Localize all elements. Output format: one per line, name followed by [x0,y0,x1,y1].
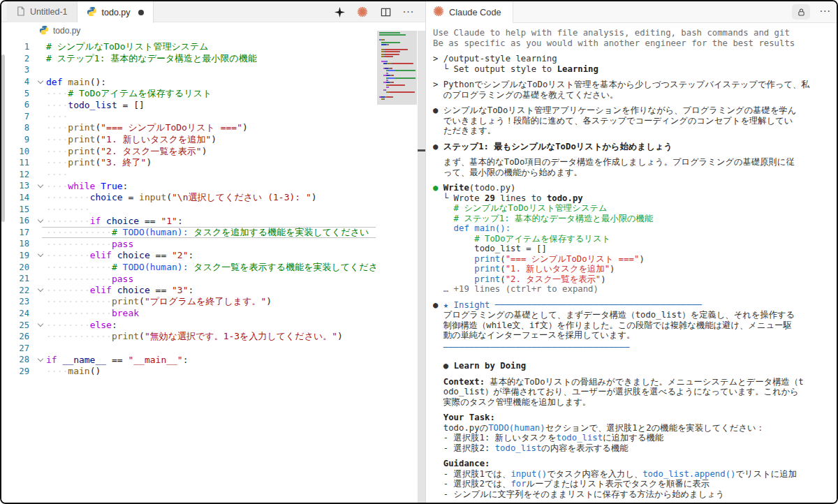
split-editor-icon[interactable] [379,6,392,18]
code-line[interactable]: 19········elif choice == "2": [1,250,376,262]
panel-line: > PythonでシンプルなToDoリスト管理を基本から少しづつステップバイステ… [433,80,837,90]
claude-icon[interactable] [356,6,369,18]
lock-button[interactable] [792,4,810,20]
panel-line: ● ステップ1: 最もシンプルなToDoリストから始めましょう [433,142,837,152]
panel-line: って、最小限の機能から始めます。 [433,168,837,178]
code-line[interactable]: 25········else: [1,319,376,331]
claude-code-panel: Use Claude to help with file analysis, e… [426,23,837,503]
left-edge-scrollbar[interactable] [1,54,5,222]
code-line[interactable]: 23············print("プログラムを終了します。") [1,296,376,308]
panel-line: プログラミングの基礎として、まずデータ構造（todo_list）を定義し、それを… [433,310,837,320]
panel-line: Context: 基本的なToDoリストの骨組みができました。メニューシステムと… [433,377,837,387]
code-line[interactable]: 9····print("1. 新しいタスクを追加") [1,134,376,146]
code-line[interactable]: 12···· [1,169,376,181]
code-line[interactable]: 22········elif choice == "3": [1,284,376,296]
code-line[interactable]: 3 [1,64,376,76]
more-icon[interactable]: ··· [402,6,415,18]
panel-line: print("=== シンプルToDoリスト ===") [433,254,837,265]
code-line[interactable]: 16········if choice == "1": [1,215,376,227]
panel-line: todo.pyのTODO(human)セクションで、選択肢1と2の機能を実装して… [433,423,837,433]
claude-icon [433,6,444,19]
tab-untitled-1[interactable]: Untitled-1 [7,1,78,22]
editor-scrollbar[interactable] [418,31,425,503]
panel-line: でいきましょう！段階的に進めて、各ステップでコーディングのコンセプトを理解してい [433,116,837,126]
tab-todo-py[interactable]: todo.py [78,1,154,23]
breadcrumb-file: todo.py [53,26,80,36]
panel-line: > /output-style learning [433,54,837,64]
panel-line: 実際のタスク管理機能を追加します。 [433,397,837,408]
code-line[interactable]: 15········ [1,203,376,215]
panel-line: 動の単純なインターフェースを採用しています。 [433,330,837,341]
scrollbar-marker [418,149,425,151]
tab-claude-code[interactable]: Claude Code [426,1,513,23]
code-line[interactable]: 5····# ToDoアイテムを保存するリスト [1,87,376,99]
python-icon [39,25,49,37]
panel-line: odo_list）が準備されており、ユーザーが選択肢を選べるようになっています。… [433,387,837,397]
code-line[interactable]: 8····print("=== シンプルToDoリスト ===") [1,122,376,134]
tab-label: todo.py [102,8,131,17]
panel-line: print("2. タスク一覧を表示") [433,274,837,285]
panel-line: ● ★ Insight ────────────────────────────… [433,300,837,311]
file-icon [16,6,25,18]
breadcrumb[interactable]: todo.py [1,23,425,38]
panel-line: ただきます。 [433,126,837,136]
panel-line: - 選択肢1: 新しいタスクをtodo_listに追加する機能 [433,433,837,443]
python-icon [87,6,97,19]
panel-line: Use Claude to help with file analysis, e… [433,28,837,38]
panel-line: - 選択肢1では、input()でタスク内容を入力し、todo_list.app… [433,469,837,480]
panel-line: todo_list = [] [433,244,837,254]
code-line[interactable]: 11····print("3. 終了") [1,157,376,169]
panel-line: ● Learn by Doing [433,361,837,371]
panel-line: ● Write(todo.py) [433,183,837,193]
panel-line: まず、基本的なToDo項目のデータ構造を作成しましょう。プログラミングの基礎原則… [433,157,837,168]
code-line[interactable]: 18············pass [1,238,376,250]
tab-label: Untitled-1 [30,7,68,17]
panel-line: 制御構造（while文、if文）を作りました。この段階では複雑な機能は避け、メニ… [433,320,837,331]
panel-line: # シンプルなToDoリスト管理システム [433,203,837,214]
code-line[interactable]: 24············break [1,308,376,320]
editor-code[interactable]: 1# シンプルなToDoリスト管理システム2# ステップ1: 基本的なデータ構造… [1,41,376,503]
panel-line: - 選択肢2: todo_listの内容を表示する機能 [433,443,837,454]
panel-line: Your Task: [433,413,837,423]
panel-line: - 選択肢2では、forループまたはリスト表示でタスクを順番に表示 [433,479,837,489]
modified-dot[interactable] [138,10,144,15]
code-line[interactable]: 21············pass [1,273,376,285]
panel-line: def main(): [433,223,837,234]
code-line[interactable]: 28if __name__ == "__main__": [1,354,376,366]
panel-line: ● シンプルなToDoリスト管理アプリケーションを作りながら、プログラミングの基… [433,105,837,116]
panel-line: └ Wrote 29 lines to todo.py [433,193,837,204]
code-line[interactable]: 26············print("無効な選択です。1-3を入力してくださ… [1,331,376,343]
panel-line: … +19 lines (ctrl+r to expand) [433,284,837,295]
panel-line: # ToDoアイテムを保存するリスト [433,234,837,244]
code-line[interactable]: 13····while True: [1,180,376,192]
panel-header: Claude Code ··· [426,1,837,23]
editor-tab-bar: Untitled-1 todo.py ··· [1,1,426,22]
code-line[interactable]: 14········choice = input("\n選択してください (1-… [1,192,376,204]
code-line[interactable]: 1# シンプルなToDoリスト管理システム [1,41,376,53]
panel-line: のプログラミングの基礎を教えてください。 [433,90,837,101]
panel-line: print("1. 新しいタスクを追加") [433,264,837,274]
code-line[interactable]: 4def main(): [1,76,376,88]
panel-tab-label: Claude Code [449,7,501,17]
code-line[interactable]: 29····main() [1,366,376,378]
panel-line: # ステップ1: 基本的なデータ構造と最小限の機能 [433,214,837,224]
editor-actions: ··· [333,1,415,22]
panel-line: Guidance: [433,459,837,469]
more-icon[interactable]: ··· [820,6,831,17]
panel-line: ──────────────────────────────────── [433,343,837,353]
panel-line: Be as specific as you would with another… [433,38,837,49]
code-line[interactable]: 7···· [1,111,376,123]
code-line[interactable]: 2# ステップ1: 基本的なデータ構造と最小限の機能 [1,53,376,65]
sparkle-icon[interactable] [333,6,346,18]
code-line[interactable]: 27 [1,342,376,354]
code-line[interactable]: 20············# TODO(human): タスク一覧を表示する機… [1,261,376,273]
vscode-window: Untitled-1 todo.py ··· todo.py [0,0,838,504]
panel-line: └ Set output style to Learning [433,64,837,75]
code-line[interactable]: 17············# TODO(human): タスクを追加する機能を… [1,227,376,239]
panel-line: - シンプルに文字列をそのままリストに保存する方法から始めましょう [433,489,837,500]
code-line[interactable]: 10····print("2. タスク一覧を表示") [1,145,376,157]
minimap[interactable] [377,31,417,105]
code-line[interactable]: 6····todo_list = [] [1,99,376,111]
